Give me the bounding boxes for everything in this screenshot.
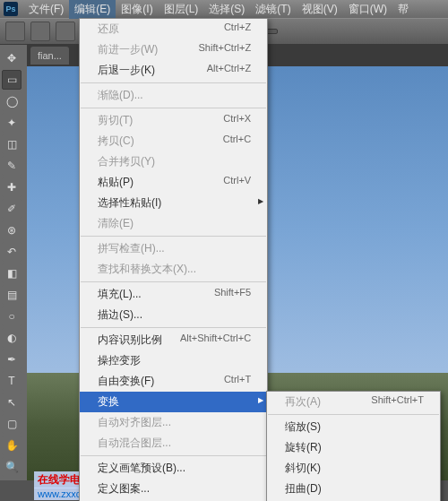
edit-menu-label: 自动对齐图层... (98, 415, 171, 430)
edit-menu-shortcut: Alt+Ctrl+Z (207, 63, 252, 78)
transform-submenu: 再次(A)Shift+Ctrl+T缩放(S)旋转(R)斜切(K)扭曲(D)透视(… (266, 391, 441, 501)
transform-menu-label: 再次(A) (285, 394, 321, 410)
menubar: Ps 文件(F) 编辑(E) 图像(I) 图层(L) 选择(S) 滤镜(T) 视… (0, 0, 448, 18)
edit-menu-item-14: 查找和替换文本(X)... (80, 259, 267, 280)
edit-menu-label: 定义画笔预设(B)... (98, 461, 185, 476)
edit-menu-label: 查找和替换文本(X)... (98, 262, 196, 277)
edit-menu-label: 变换 (98, 394, 119, 410)
eraser-tool-icon[interactable]: ◧ (2, 263, 22, 283)
edit-menu-label: 合并拷贝(Y) (98, 154, 155, 169)
edit-menu-item-19[interactable]: 内容识别比例Alt+Shift+Ctrl+C (80, 330, 267, 350)
edit-menu-item-20[interactable]: 操控变形 (80, 350, 267, 371)
edit-menu-sep (81, 281, 266, 282)
pen-tool-icon[interactable]: ✒ (2, 350, 22, 369)
lasso-tool-icon[interactable]: ◯ (2, 91, 22, 111)
edit-menu-item-1: 前进一步(W)Shift+Ctrl+Z (80, 39, 267, 60)
edit-menu-item-16[interactable]: 填充(L)...Shift+F5 (80, 284, 267, 305)
edit-menu-item-2[interactable]: 后退一步(K)Alt+Ctrl+Z (80, 60, 267, 81)
shape-tool-icon[interactable]: ▢ (2, 414, 22, 434)
menu-edit[interactable]: 编辑(E) (69, 0, 116, 19)
crop-tool-icon[interactable]: ◫ (2, 134, 22, 154)
tool-preset-icon[interactable] (5, 22, 25, 41)
menu-window[interactable]: 窗口(W) (343, 0, 392, 19)
menu-layer[interactable]: 图层(L) (159, 0, 204, 19)
edit-menu-sep (81, 327, 266, 328)
edit-menu-shortcut: Ctrl+C (223, 134, 251, 149)
edit-menu-item-7: 拷贝(C)Ctrl+C (80, 131, 267, 151)
edit-menu-item-23: 自动对齐图层... (80, 412, 267, 433)
edit-menu-label: 填充(L)... (98, 287, 142, 302)
edit-menu-item-9[interactable]: 粘贴(P)Ctrl+V (80, 172, 267, 193)
hand-tool-icon[interactable]: ✋ (2, 436, 22, 455)
heal-tool-icon[interactable]: ✚ (2, 177, 22, 197)
edit-menu-label: 渐隐(D)... (98, 88, 143, 103)
edit-menu-label: 自由变换(F) (98, 374, 154, 389)
edit-dropdown: 还原Ctrl+Z前进一步(W)Shift+Ctrl+Z后退一步(K)Alt+Ct… (79, 18, 268, 501)
move-tool-icon[interactable]: ✥ (2, 48, 22, 68)
marquee-rect-icon[interactable] (30, 22, 50, 41)
edit-menu-label: 拼写检查(H)... (98, 241, 165, 256)
history-brush-icon[interactable]: ↶ (2, 242, 22, 262)
edit-menu-label: 剪切(T) (98, 113, 133, 128)
transform-menu-label: 旋转(R) (285, 440, 322, 455)
menu-help[interactable]: 帮 (392, 0, 414, 19)
stamp-tool-icon[interactable]: ⊛ (2, 220, 22, 240)
edit-menu-item-21[interactable]: 自由变换(F)Ctrl+T (80, 371, 267, 392)
transform-menu-item-0: 再次(A)Shift+Ctrl+T (267, 392, 440, 412)
dodge-tool-icon[interactable]: ◐ (2, 328, 22, 348)
transform-menu-item-3[interactable]: 旋转(R) (267, 437, 440, 458)
edit-menu-label: 还原 (98, 22, 119, 37)
wand-tool-icon[interactable]: ✦ (2, 113, 22, 133)
brush-tool-icon[interactable]: ✐ (2, 199, 22, 219)
edit-menu-sep (81, 236, 266, 237)
edit-menu-label: 描边(S)... (98, 307, 142, 323)
edit-menu-item-27[interactable]: 定义图案... (80, 479, 267, 499)
edit-menu-shortcut: Shift+Ctrl+Z (198, 42, 251, 57)
edit-menu-item-8: 合并拷贝(Y) (80, 151, 267, 172)
transform-menu-item-4[interactable]: 斜切(K) (267, 458, 440, 479)
edit-menu-item-24: 自动混合图层... (80, 433, 267, 453)
gradient-tool-icon[interactable]: ▤ (2, 285, 22, 305)
zoom-tool-icon[interactable]: 🔍 (2, 457, 22, 477)
menu-file[interactable]: 文件(F) (23, 0, 69, 19)
marquee-tool-icon[interactable]: ▭ (2, 70, 22, 90)
menu-image[interactable]: 图像(I) (116, 0, 158, 19)
edit-menu-label: 清除(E) (98, 216, 134, 231)
menu-select[interactable]: 选择(S) (203, 0, 250, 19)
edit-menu-shortcut: Ctrl+T (224, 374, 251, 389)
edit-menu-label: 自动混合图层... (98, 436, 171, 451)
edit-menu-shortcut: Shift+F5 (214, 287, 251, 302)
edit-menu-item-4: 渐隐(D)... (80, 85, 267, 106)
transform-menu-item-2[interactable]: 缩放(S) (267, 417, 440, 437)
edit-menu-label: 定义图案... (98, 481, 150, 497)
marquee-ellipse-icon[interactable] (56, 22, 75, 41)
edit-menu-label: 前进一步(W) (98, 42, 158, 57)
transform-menu-sep (268, 414, 439, 415)
edit-menu-item-10[interactable]: 选择性粘贴(I) (80, 193, 267, 213)
eyedropper-tool-icon[interactable]: ✎ (2, 156, 22, 176)
menu-view[interactable]: 视图(V) (297, 0, 343, 19)
edit-menu-label: 操控变形 (98, 353, 141, 368)
edit-menu-item-13: 拼写检查(H)... (80, 238, 267, 259)
edit-menu-sep (81, 82, 266, 83)
edit-menu-item-22[interactable]: 变换 (80, 392, 267, 412)
tools-panel: ✥ ▭ ◯ ✦ ◫ ✎ ✚ ✐ ⊛ ↶ ◧ ▤ ○ ◐ ✒ T ↖ ▢ ✋ 🔍 (0, 45, 27, 480)
transform-menu-shortcut: Shift+Ctrl+T (371, 394, 424, 410)
transform-menu-item-5[interactable]: 扭曲(D) (267, 479, 440, 499)
edit-menu-shortcut: Ctrl+Z (224, 22, 251, 37)
document-tab[interactable]: fian... (30, 47, 69, 65)
edit-menu-item-11: 清除(E) (80, 213, 267, 234)
edit-menu-item-26[interactable]: 定义画笔预设(B)... (80, 458, 267, 479)
edit-menu-shortcut: Ctrl+V (223, 175, 251, 190)
edit-menu-label: 选择性粘贴(I) (98, 195, 161, 211)
ps-icon: Ps (4, 2, 18, 16)
menu-filter[interactable]: 滤镜(T) (250, 0, 296, 19)
edit-menu-shortcut: Ctrl+X (223, 113, 251, 128)
transform-menu-label: 斜切(K) (285, 461, 321, 476)
edit-menu-item-17[interactable]: 描边(S)... (80, 305, 267, 325)
transform-menu-label: 扭曲(D) (285, 481, 322, 497)
type-tool-icon[interactable]: T (2, 371, 22, 391)
blur-tool-icon[interactable]: ○ (2, 307, 22, 326)
path-tool-icon[interactable]: ↖ (2, 393, 22, 412)
edit-menu-item-0: 还原Ctrl+Z (80, 19, 267, 39)
